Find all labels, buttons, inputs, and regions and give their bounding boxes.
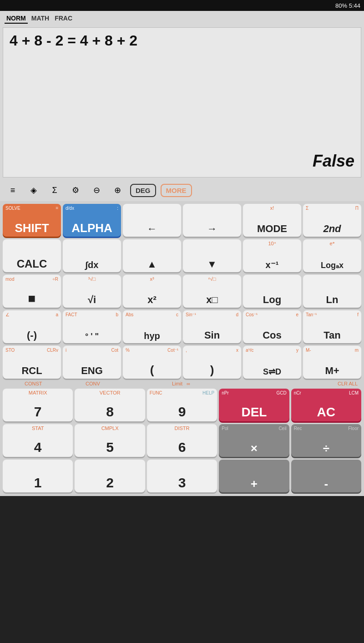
more-button[interactable]: MORE [161,184,192,197]
alpha-label: ALPHA [71,222,112,234]
three-button[interactable]: 3 [147,460,217,492]
square-label: ■ [28,292,36,305]
left-arrow-button[interactable]: ← [123,204,181,237]
eng-button[interactable]: i Cot ENG [63,346,121,379]
seven-button[interactable]: MATRIX 7 [3,389,73,421]
plus-circle-icon[interactable]: ⊕ [109,182,126,198]
gcd-sub: GCD [276,390,286,395]
colon-sub: : [117,206,118,211]
tab-norm[interactable]: NORM [5,14,28,24]
i-sub: i [66,348,66,353]
seven-label: 7 [34,405,42,419]
logax-button[interactable]: eᵒ Logₐx [303,239,361,272]
dms-label: ° ' " [85,332,99,340]
mplus-button[interactable]: M- m M+ [303,346,361,379]
distr-sub: DISTR [147,426,217,431]
alpha-button[interactable]: d/dx : ALPHA [63,204,121,237]
ac-button[interactable]: nCr LCM AC [291,389,361,421]
integral-button[interactable]: ∫dx [63,239,121,272]
second-button[interactable]: Σ Π 2nd [303,204,361,237]
square-button[interactable]: mod ÷R ■ [3,275,61,308]
tenx-sub: 10ˣ [243,241,301,246]
sin-button[interactable]: Sin⁻¹ d Sin [183,310,241,343]
key-row-5: STO CLRv RCL i Cot ENG % Cot⁻¹ ( , x ) a… [2,345,362,380]
const-label: CONST [4,380,63,387]
sd-label: S⇌D [263,368,281,376]
a-sub: a [56,312,58,317]
right-arrow-button[interactable]: → [183,204,241,237]
conv-label: CONV [63,380,123,387]
sto-sub: STO [5,348,15,353]
sigma-sub: Σ [306,206,308,211]
dms-button[interactable]: FACT b ° ' " [63,310,121,343]
log-button[interactable]: Log [243,275,301,308]
display-expression: 4 + 8 - 2 = 4 + 8 + 2 [10,32,354,49]
menu-icon[interactable]: ≡ [5,182,21,198]
open-paren-button[interactable]: % Cot⁻¹ ( [123,346,181,379]
four-button[interactable]: STAT 4 [3,424,73,457]
sub-label-row: CONST CONV Limit ∞ CLR ALL [2,380,362,387]
tab-math[interactable]: MATH [30,14,51,24]
del-button[interactable]: nPr GCD DEL [219,389,289,421]
up-label: ▲ [147,259,157,269]
four-label: 4 [34,440,42,454]
close-paren-label: ) [210,364,214,376]
xpow-button[interactable]: ⁿ√□ x□ [183,275,241,308]
sin-label: Sin [204,330,220,340]
gear-icon[interactable]: ⚙ [67,182,84,198]
sd-button[interactable]: aᵇ/c y S⇌D [243,346,301,379]
mplus-label: M+ [325,366,339,376]
down-button[interactable]: ▼ [183,239,241,272]
minus-circle-icon[interactable]: ⊖ [88,182,105,198]
shift-button[interactable]: SOLVE = SHIFT [3,204,61,237]
abs-sub: Abs [126,312,133,317]
xcube-sub: x³ [123,277,181,282]
six-button[interactable]: DISTR 6 [147,424,217,457]
five-button[interactable]: CMPLX 5 [75,424,145,457]
tab-frac[interactable]: FRAC [53,14,74,24]
close-paren-button[interactable]: , x ) [183,346,241,379]
npr-sub: nPr [222,390,229,395]
plus-button[interactable]: + [219,460,289,492]
calc-button[interactable]: CALC [3,239,61,272]
two-button[interactable]: 2 [75,460,145,492]
integral-label: ∫dx [86,260,99,269]
rcl-button[interactable]: STO CLRv RCL [3,346,61,379]
sqrt-button[interactable]: ³√□ √i [63,275,121,308]
xinverse-button[interactable]: 10ˣ x⁻¹ [243,239,301,272]
sigma-toolbar-icon[interactable]: Σ [46,182,63,198]
toolbar: ≡ ◈ Σ ⚙ ⊖ ⊕ DEG MORE [0,179,364,201]
nine-button[interactable]: FUNC HELP 9 [147,389,217,421]
one-button[interactable]: 1 [3,460,73,492]
ln-button[interactable]: Ln [303,275,361,308]
stat-sub: STAT [3,426,73,431]
logax-label: Logₐx [321,261,344,269]
divide-button[interactable]: Rec Floor ÷ [291,424,361,457]
mode-button[interactable]: x! MODE [243,204,301,237]
cos-button[interactable]: Cos⁻¹ e Cos [243,310,301,343]
minus-button[interactable]: - [291,460,361,492]
c-sub: c [176,312,178,317]
negate-button[interactable]: ∠ a (-) [3,310,61,343]
nine-label: 9 [178,405,186,419]
up-button[interactable]: ▲ [123,239,181,272]
keypad: SOLVE = SHIFT d/dx : ALPHA ← → x! MODE Σ… [0,201,364,496]
e-sub: e [296,312,298,317]
log-label: Log [263,295,281,305]
tan-button[interactable]: Tan⁻¹ f Tan [303,310,361,343]
deg-button[interactable]: DEG [130,184,156,197]
b-sub: b [116,312,118,317]
ac-label: AC [317,406,335,419]
xsq-label: x² [147,295,157,305]
hyp-button[interactable]: Abs c hyp [123,310,181,343]
pct-sub: % [126,348,130,353]
left-arrow-label: ← [147,224,157,234]
mode-label: MODE [257,224,287,234]
mod-sub: mod [5,277,14,282]
ncr-sub: nCr [294,390,301,395]
down-label: ▼ [207,259,217,269]
multiply-button[interactable]: Pol Ceil × [219,424,289,457]
diamond-icon[interactable]: ◈ [25,182,42,198]
eight-button[interactable]: VECTOR 8 [75,389,145,421]
xsquared-button[interactable]: x³ x² [123,275,181,308]
